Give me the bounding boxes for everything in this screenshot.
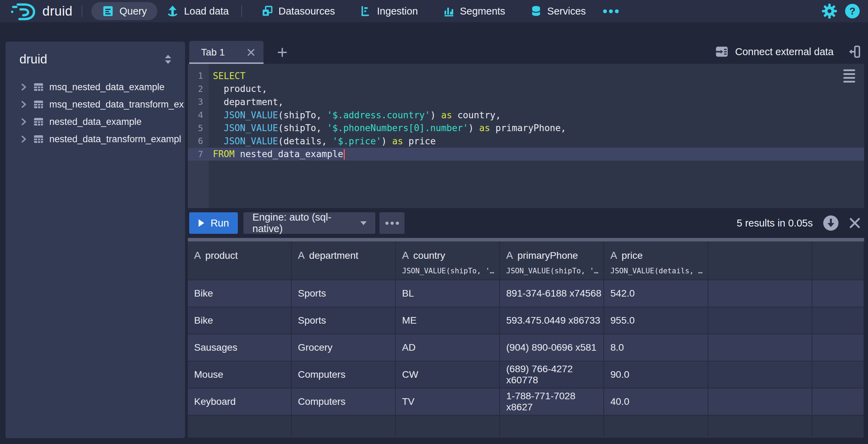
nav-item-label: Query — [119, 6, 147, 17]
druid-logo[interactable]: druid — [10, 1, 73, 21]
cell-primaryPhone[interactable]: (689) 766-4272 x60778 — [500, 361, 604, 388]
new-tab-button[interactable] — [273, 44, 291, 60]
code-line[interactable]: 6 JSON_VALUE(details, '$.price') as pric… — [188, 135, 864, 148]
cell-department[interactable]: Computers — [292, 361, 396, 388]
cell-empty[interactable] — [708, 388, 812, 416]
editor-menu-icon[interactable] — [843, 69, 855, 83]
cell-price[interactable]: 542.0 — [604, 280, 708, 307]
nav-item-query[interactable]: Query — [91, 2, 157, 20]
column-header-product[interactable]: Aproduct — [188, 241, 292, 280]
run-button[interactable]: Run — [189, 212, 238, 234]
column-header-empty — [812, 241, 864, 280]
code-token: '$.address.country' — [327, 110, 430, 120]
query-workbench: Tab 1 — [188, 0, 864, 444]
code-token — [213, 123, 224, 133]
more-options-button[interactable] — [379, 212, 404, 234]
sql-editor[interactable]: 1SELECT2 product,3 department,4 JSON_VAL… — [188, 64, 864, 208]
column-header-primaryPhone[interactable]: AprimaryPhoneJSON_VALUE(shipTo, '… — [500, 241, 604, 280]
chevron-right-icon[interactable] — [19, 100, 28, 109]
cell-primaryPhone[interactable]: 891-374-6188 x74568 — [500, 280, 604, 307]
code-text: JSON_VALUE(shipTo, '$.phoneNumbers[0].nu… — [209, 123, 566, 133]
results-info: 5 results in 0.05s — [737, 217, 813, 229]
code-line[interactable]: 3 department, — [188, 95, 864, 109]
code-token: JSON_VALUE — [224, 136, 278, 146]
cell-department[interactable]: Sports — [292, 280, 396, 307]
cell-empty[interactable] — [812, 307, 864, 334]
cell-price[interactable]: 8.0 — [604, 334, 708, 361]
code-token: ) — [468, 123, 479, 133]
cell-department[interactable]: Computers — [292, 388, 396, 416]
sidebar-datasource-item[interactable]: nested_data_example — [6, 113, 185, 130]
line-number: 1 — [188, 71, 209, 81]
cell-product[interactable]: Bike — [188, 307, 292, 334]
column-header-price[interactable]: ApriceJSON_VALUE(details, … — [604, 241, 708, 280]
chevron-right-icon[interactable] — [19, 135, 28, 143]
cell-product[interactable]: Keyboard — [188, 388, 292, 416]
panel-splitter-handle[interactable] — [188, 238, 864, 241]
cell-product[interactable]: Mouse — [188, 361, 292, 388]
cell-empty[interactable] — [812, 280, 864, 307]
cell-department[interactable]: Grocery — [292, 334, 396, 361]
code-token: price — [403, 136, 436, 146]
sidebar-datasource-item[interactable]: msq_nested_data_transform_ex — [6, 96, 185, 113]
column-expression: JSON_VALUE(shipTo, '… — [506, 267, 599, 275]
cell-empty — [188, 416, 292, 437]
code-token: (shipTo, — [278, 123, 327, 133]
cell-price[interactable]: 40.0 — [604, 388, 708, 416]
code-line[interactable]: 1SELECT — [188, 69, 864, 83]
column-name: product — [205, 250, 237, 261]
cell-primaryPhone[interactable]: 593.475.0449 x86733 — [500, 307, 604, 334]
connect-external-data-button[interactable]: Connect external data — [715, 45, 834, 58]
string-type-icon: A — [506, 250, 513, 261]
chevron-right-icon[interactable] — [19, 118, 28, 126]
tab-close-icon[interactable] — [247, 48, 255, 57]
download-icon[interactable] — [823, 215, 839, 231]
cell-country[interactable]: BL — [396, 280, 500, 307]
code-line[interactable]: 5 JSON_VALUE(shipTo, '$.phoneNumbers[0].… — [188, 121, 864, 135]
cell-empty[interactable] — [812, 334, 864, 361]
column-header-empty — [708, 241, 812, 280]
code-token: as — [441, 110, 452, 120]
cell-product[interactable]: Sausages — [188, 334, 292, 361]
sidebar-datasource-item[interactable]: msq_nested_data_example — [6, 78, 185, 96]
engine-select[interactable]: Engine: auto (sql-native) — [243, 212, 375, 234]
cell-country[interactable]: ME — [396, 307, 500, 334]
code-line[interactable]: 4 JSON_VALUE(shipTo, '$.address.country'… — [188, 109, 864, 122]
cell-empty[interactable] — [812, 361, 864, 388]
column-header-department[interactable]: Adepartment — [292, 241, 396, 280]
cell-country[interactable]: CW — [396, 361, 500, 388]
datasource-name: msq_nested_data_transform_ex — [49, 99, 184, 110]
column-header-name: AprimaryPhone — [506, 250, 599, 261]
code-line[interactable]: 2 product, — [188, 83, 864, 96]
cell-primaryPhone[interactable]: (904) 890-0696 x581 — [500, 334, 604, 361]
cell-empty[interactable] — [812, 388, 864, 416]
code-token: primaryPhone, — [490, 123, 566, 133]
panel-toggle-icon[interactable] — [848, 45, 861, 58]
cell-price[interactable]: 90.0 — [604, 361, 708, 388]
sort-double-caret-icon[interactable] — [164, 54, 173, 65]
code-text: JSON_VALUE(details, '$.price') as price — [209, 136, 436, 146]
column-header-country[interactable]: AcountryJSON_VALUE(shipTo, '… — [396, 241, 500, 280]
logo-wordmark: druid — [42, 4, 73, 19]
cell-primaryPhone[interactable]: 1-788-771-7028 x8627 — [500, 388, 604, 416]
table-icon — [33, 117, 44, 127]
code-text: SELECT — [209, 71, 245, 81]
cell-department[interactable]: Sports — [292, 307, 396, 334]
cell-price[interactable]: 955.0 — [604, 307, 708, 334]
line-number: 3 — [188, 97, 209, 107]
cell-country[interactable]: TV — [396, 388, 500, 416]
cell-empty[interactable] — [708, 280, 812, 307]
cell-empty — [812, 416, 864, 437]
cell-empty[interactable] — [708, 361, 812, 388]
close-results-icon[interactable] — [849, 217, 861, 229]
chevron-right-icon[interactable] — [19, 83, 28, 91]
sidebar-datasource-item[interactable]: nested_data_transform_exampl — [6, 130, 185, 148]
cell-product[interactable]: Bike — [188, 280, 292, 307]
cell-empty[interactable] — [708, 307, 812, 334]
cell-country[interactable]: AD — [396, 334, 500, 361]
cell-empty[interactable] — [708, 334, 812, 361]
code-line[interactable]: 7FROM nested_data_example — [188, 148, 864, 161]
tab-bar: Tab 1 — [188, 41, 864, 64]
code-token: ) — [430, 110, 441, 120]
tab-1[interactable]: Tab 1 — [189, 41, 264, 64]
